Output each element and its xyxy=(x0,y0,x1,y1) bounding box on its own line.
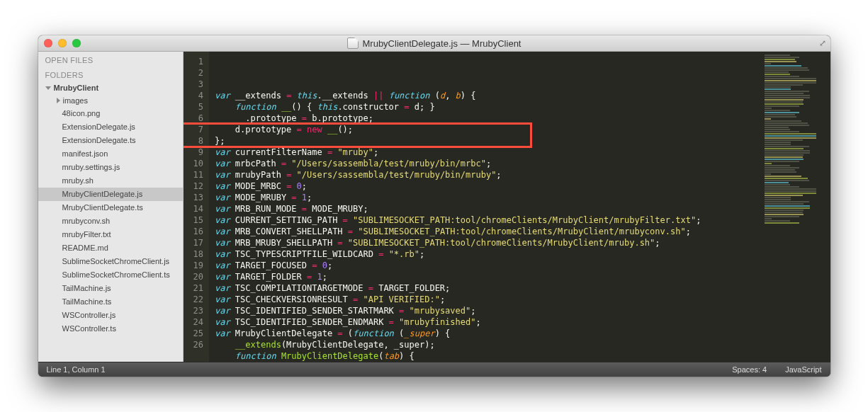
status-spaces[interactable]: Spaces: 4 xyxy=(732,365,767,374)
code-content[interactable]: var __extends = this.__extends || functi… xyxy=(209,52,762,362)
code-line[interactable]: var MODE_MRBC = 0; xyxy=(215,181,762,192)
code-line[interactable]: var TSC_IDENTIFIED_SENDER_STARTMARK = "m… xyxy=(215,305,762,316)
code-line[interactable]: var TSC_CHECKVERSIONRESULT = "API VERIFI… xyxy=(215,294,762,305)
chevron-right-icon xyxy=(57,98,60,103)
file-row[interactable]: MrubyClientDelegate.js xyxy=(38,188,183,201)
file-row[interactable]: WSController.js xyxy=(38,309,183,322)
code-line[interactable]: function __() { this.constructor = d; } xyxy=(215,101,762,113)
file-row[interactable]: mrubyconv.sh xyxy=(38,214,183,228)
titlebar: MrubyClientDelegate.js — MrubyClient ⤢ xyxy=(38,35,830,52)
sidebar: OPEN FILES FOLDERS MrubyClient images 48… xyxy=(38,52,184,362)
title-controls: ⤢ xyxy=(819,38,826,48)
window-title-text: MrubyClientDelegate.js — MrubyClient xyxy=(363,38,522,49)
file-icon xyxy=(347,38,359,49)
project-name: MrubyClient xyxy=(54,84,99,92)
status-left[interactable]: Line 1, Column 1 xyxy=(47,365,106,374)
file-row[interactable]: SublimeSocketChromeClient.ts xyxy=(38,268,183,282)
status-lang[interactable]: JavaScript xyxy=(785,365,821,374)
code-line[interactable]: var mrbcPath = "/Users/sassembla/test/mr… xyxy=(215,158,762,169)
code-line[interactable]: d.prototype = new __(); xyxy=(215,124,762,135)
editor-window: MrubyClientDelegate.js — MrubyClient ⤢ O… xyxy=(38,35,830,377)
file-row[interactable]: ExtensionDelegate.js xyxy=(38,120,183,134)
code-line[interactable]: var TARGET_FOLDER = 1; xyxy=(215,271,762,282)
code-line[interactable]: var MRB_CONVERT_SHELLPATH = "SUBLIMESOCK… xyxy=(215,226,762,237)
minimap[interactable] xyxy=(762,52,830,362)
code-line[interactable]: var TSC_IDENTIFIED_SENDER_ENDMARK = "mru… xyxy=(215,316,762,328)
editor-area[interactable]: 1234567891011121314151617181920212223242… xyxy=(184,52,830,362)
project-folder[interactable]: MrubyClient xyxy=(38,81,183,94)
code-line[interactable]: }; xyxy=(215,135,762,147)
window-body: OPEN FILES FOLDERS MrubyClient images 48… xyxy=(38,52,830,362)
file-row[interactable]: manifest.json xyxy=(38,147,183,161)
code-line[interactable]: var __extends = this.__extends || functi… xyxy=(215,90,762,101)
code-line[interactable]: var TARGET_FOCUSED = 0; xyxy=(215,260,762,271)
code-line[interactable]: var MrubyClientDelegate = (function (_su… xyxy=(215,328,762,339)
code-line[interactable]: __extends(MrubyClientDelegate, _super); xyxy=(215,339,762,350)
expand-icon[interactable]: ⤢ xyxy=(819,38,826,48)
file-row[interactable]: 48icon.png xyxy=(38,107,183,120)
open-files-header: OPEN FILES xyxy=(38,52,183,67)
code-line[interactable]: var MRB_MRUBY_SHELLPATH = "SUBLIMESOCKET… xyxy=(215,237,762,248)
code-line[interactable]: var TSC_TYPESCRIPTFILE_WILDCARD = "*.rb"… xyxy=(215,248,762,260)
code-line[interactable]: var MRB_RUN_MODE = MODE_MRUBY; xyxy=(215,203,762,214)
code-line[interactable]: var mrubyPath = "/Users/sassembla/test/m… xyxy=(215,169,762,181)
file-row[interactable]: TailMachine.js xyxy=(38,282,183,295)
gutter: 1234567891011121314151617181920212223242… xyxy=(184,52,209,362)
file-list: 48icon.pngExtensionDelegate.jsExtensionD… xyxy=(38,107,183,336)
file-row[interactable]: WSController.ts xyxy=(38,322,183,336)
code-line[interactable]: var currentFilterName = "mruby"; xyxy=(215,147,762,158)
file-row[interactable]: mruby.sh xyxy=(38,174,183,188)
code-line[interactable]: var MODE_MRUBY = 1; xyxy=(215,192,762,203)
window-title: MrubyClientDelegate.js — MrubyClient xyxy=(38,38,830,49)
file-row[interactable]: mruby.settings.js xyxy=(38,161,183,174)
code-line[interactable]: function MrubyClientDelegate(tab) { xyxy=(215,350,762,362)
chevron-down-icon xyxy=(45,86,51,90)
folders-header: FOLDERS xyxy=(38,67,183,81)
code-line[interactable]: __.prototype = b.prototype; xyxy=(215,113,762,124)
file-row[interactable]: ExtensionDelegate.ts xyxy=(38,134,183,147)
file-row[interactable]: README.md xyxy=(38,241,183,255)
file-row[interactable]: SublimeSocketChromeClient.js xyxy=(38,255,183,268)
subfolder-name: images xyxy=(63,96,88,105)
subfolder-images[interactable]: images xyxy=(38,94,183,107)
statusbar: Line 1, Column 1 Spaces: 4 JavaScript xyxy=(38,362,830,377)
file-row[interactable]: TailMachine.ts xyxy=(38,295,183,309)
code-line[interactable]: var TSC_COMPILATIONTARGETMODE = TARGET_F… xyxy=(215,282,762,294)
code-line[interactable]: var CURRENT_SETTING_PATH = "SUBLIMESOCKE… xyxy=(215,214,762,226)
file-row[interactable]: MrubyClientDelegate.ts xyxy=(38,201,183,214)
file-row[interactable]: mrubyFilter.txt xyxy=(38,228,183,241)
